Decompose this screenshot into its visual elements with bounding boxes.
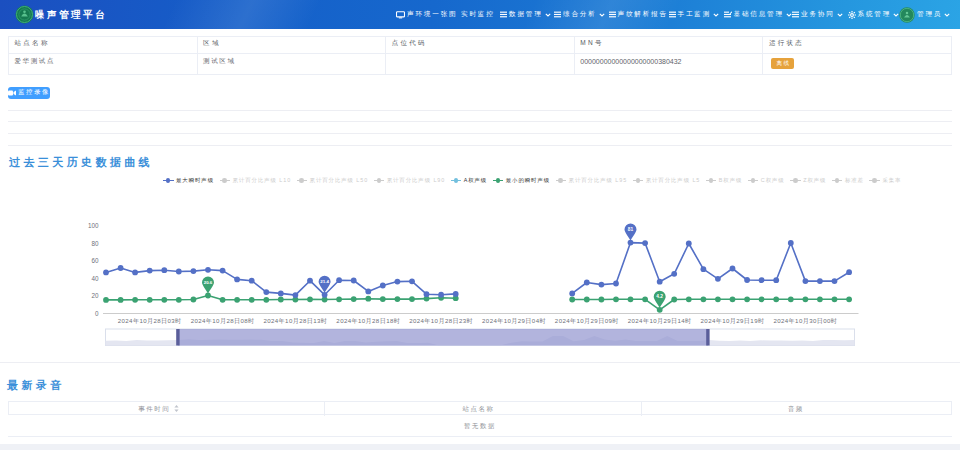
svg-text:81: 81 <box>628 227 634 232</box>
svg-text:20: 20 <box>91 292 99 299</box>
svg-text:21.4: 21.4 <box>320 279 329 284</box>
svg-text:40: 40 <box>91 275 99 282</box>
svg-text:2024年10月29日14时: 2024年10月29日14时 <box>628 317 692 325</box>
svg-text:2024年10月29日09时: 2024年10月29日09时 <box>555 317 619 325</box>
svg-text:2024年10月28日18时: 2024年10月28日18时 <box>336 317 400 325</box>
svg-text:0: 0 <box>95 310 99 317</box>
svg-text:2024年10月30日00时: 2024年10月30日00时 <box>773 317 837 325</box>
svg-text:2024年10月28日23时: 2024年10月28日23时 <box>409 317 473 325</box>
svg-text:2024年10月29日04时: 2024年10月29日04时 <box>482 317 546 325</box>
svg-text:2024年10月28日08时: 2024年10月28日08时 <box>191 317 255 325</box>
svg-text:2024年10月29日19时: 2024年10月29日19时 <box>701 317 765 325</box>
svg-text:4.2: 4.2 <box>656 294 663 299</box>
svg-text:80: 80 <box>91 240 99 247</box>
svg-text:60: 60 <box>91 257 99 264</box>
svg-text:2024年10月28日03时: 2024年10月28日03时 <box>118 317 182 325</box>
svg-text:20.6: 20.6 <box>204 280 213 285</box>
svg-text:100: 100 <box>88 222 99 229</box>
svg-text:2024年10月28日13时: 2024年10月28日13时 <box>263 317 327 325</box>
